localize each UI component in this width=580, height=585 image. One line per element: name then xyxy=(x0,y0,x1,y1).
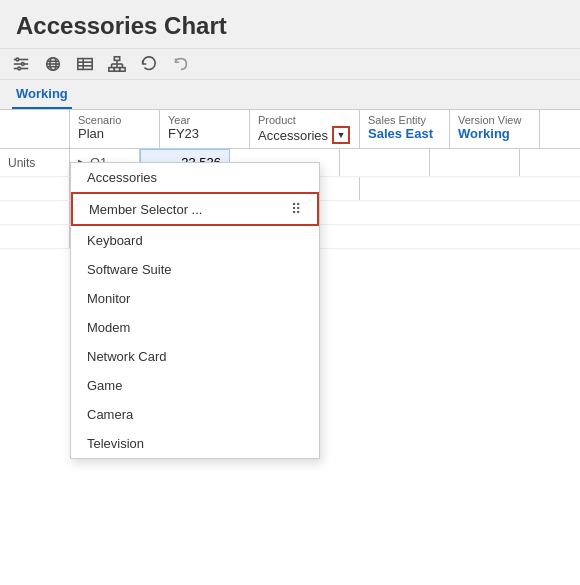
network-card-label: Network Card xyxy=(87,349,166,364)
globe-icon[interactable] xyxy=(44,55,62,73)
dropdown-item-accessories[interactable]: Accessories xyxy=(71,163,319,192)
svg-rect-18 xyxy=(120,68,125,72)
camera-label: Camera xyxy=(87,407,133,422)
grid-container: Scenario Plan Year FY23 Product Accessor… xyxy=(0,110,580,585)
toolbar xyxy=(0,49,580,80)
corner-cell xyxy=(0,110,70,148)
software-suite-label: Software Suite xyxy=(87,262,172,277)
year-col-header: Year FY23 xyxy=(160,110,250,148)
television-label: Television xyxy=(87,436,144,451)
dropdown-item-software-suite[interactable]: Software Suite xyxy=(71,255,319,284)
dropdown-item-camera[interactable]: Camera xyxy=(71,400,319,429)
member-selector-label: Member Selector ... xyxy=(89,202,202,217)
table-icon[interactable] xyxy=(76,55,94,73)
sales-entity-label: Sales Entity xyxy=(368,114,426,126)
page-title: Accessories Chart xyxy=(16,12,227,39)
grid-header-row: Scenario Plan Year FY23 Product Accessor… xyxy=(0,110,580,149)
empty-side-1 xyxy=(0,177,70,200)
dropdown-item-network-card[interactable]: Network Card xyxy=(71,342,319,371)
dropdown-item-game[interactable]: Game xyxy=(71,371,319,400)
accessories-label: Accessories xyxy=(87,170,157,185)
version-view-col-header: Version View Working xyxy=(450,110,540,148)
scenario-value: Plan xyxy=(78,126,104,141)
product-dropdown-menu: Accessories Member Selector ... ⠿ Keyboa… xyxy=(70,162,320,459)
sales-entity-value: Sales East xyxy=(368,126,433,141)
dropdown-item-television[interactable]: Television xyxy=(71,429,319,458)
svg-point-3 xyxy=(16,58,19,61)
scenario-label: Scenario xyxy=(78,114,121,126)
scenario-col-header: Scenario Plan xyxy=(70,110,160,148)
tabs-bar: Working xyxy=(0,80,580,110)
q1-empty-version xyxy=(430,149,520,176)
keyboard-label: Keyboard xyxy=(87,233,143,248)
product-value: Accessories xyxy=(258,128,328,143)
version-view-value: Working xyxy=(458,126,510,141)
dropdown-item-monitor[interactable]: Monitor xyxy=(71,284,319,313)
empty-side-2 xyxy=(0,201,70,224)
units-label: Units xyxy=(0,149,70,176)
q1-empty-sales xyxy=(340,149,430,176)
modem-label: Modem xyxy=(87,320,130,335)
selector-grid-icon: ⠿ xyxy=(291,201,301,217)
history-icon[interactable] xyxy=(140,55,158,73)
product-dropdown-button[interactable]: ▼ xyxy=(332,126,350,144)
year-value: FY23 xyxy=(168,126,199,141)
dropdown-item-modem[interactable]: Modem xyxy=(71,313,319,342)
dropdown-item-keyboard[interactable]: Keyboard xyxy=(71,226,319,255)
hierarchy-icon[interactable] xyxy=(108,55,126,73)
product-label: Product xyxy=(258,114,296,126)
product-header-row: Accessories ▼ xyxy=(258,126,350,144)
svg-rect-17 xyxy=(114,68,119,72)
svg-point-4 xyxy=(21,63,24,66)
empty-side-3 xyxy=(0,225,70,248)
page-header: Accessories Chart xyxy=(0,0,580,49)
dropdown-item-member-selector[interactable]: Member Selector ... ⠿ xyxy=(71,192,319,226)
game-label: Game xyxy=(87,378,122,393)
svg-rect-11 xyxy=(78,59,92,70)
app-container: Accessories Chart xyxy=(0,0,580,585)
product-col-header: Product Accessories ▼ xyxy=(250,110,360,148)
year-label: Year xyxy=(168,114,190,126)
tab-working[interactable]: Working xyxy=(12,80,72,109)
undo-icon[interactable] xyxy=(172,55,190,73)
version-view-label: Version View xyxy=(458,114,521,126)
svg-point-5 xyxy=(18,67,21,70)
sales-entity-col-header: Sales Entity Sales East xyxy=(360,110,450,148)
monitor-label: Monitor xyxy=(87,291,130,306)
filter-icon[interactable] xyxy=(12,55,30,73)
svg-rect-15 xyxy=(114,57,119,61)
